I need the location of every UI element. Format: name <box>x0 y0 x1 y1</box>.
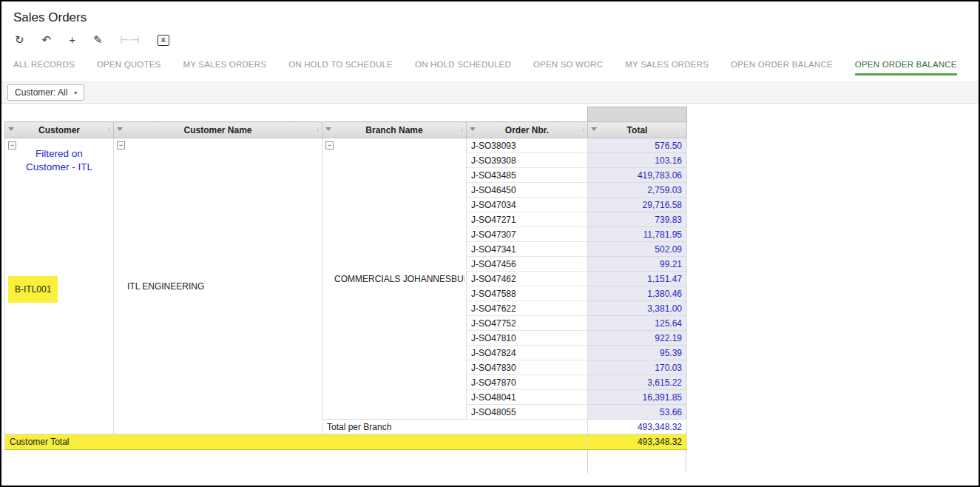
strip-spacer <box>5 107 588 122</box>
column-header-customer[interactable]: Customer↑ <box>5 122 114 138</box>
order-nbr-cell[interactable]: J-SO47588 <box>467 286 588 301</box>
tab-my-sales-orders[interactable]: MY SALES ORDERS <box>625 55 709 75</box>
order-nbr-cell[interactable]: J-SO47271 <box>467 212 588 227</box>
chevron-down-icon: ▾ <box>74 90 77 96</box>
filter-note: Filtered on Customer - ITL <box>22 147 96 174</box>
total-cell[interactable]: 170.03 <box>588 360 687 375</box>
column-header-label: Customer <box>38 125 80 135</box>
export-excel-icon[interactable]: X <box>158 35 169 46</box>
column-header-label: Order Nbr. <box>505 125 549 135</box>
tab-open-so-worc[interactable]: OPEN SO WORC <box>533 55 603 75</box>
order-nbr-cell[interactable]: J-SO47462 <box>467 272 588 286</box>
customer-code-highlighted[interactable]: B-ITL001 <box>8 276 58 303</box>
order-nbr-cell[interactable]: J-SO48055 <box>467 405 588 420</box>
tab-open-quotes[interactable]: OPEN QUOTES <box>97 55 161 75</box>
refresh-icon[interactable]: ↻ <box>15 34 24 46</box>
filter-bar: Customer: All ▾ <box>1 81 979 104</box>
customer-filter-label: Customer: All <box>15 87 67 98</box>
total-cell[interactable]: 53.66 <box>588 405 687 420</box>
order-nbr-cell[interactable]: J-SO47824 <box>467 346 588 360</box>
order-nbr-cell[interactable]: J-SO38093 <box>467 138 588 153</box>
order-nbr-cell[interactable]: J-SO47341 <box>467 242 588 257</box>
order-nbr-cell[interactable]: J-SO47810 <box>467 331 588 346</box>
customer-total-row: Customer Total 493,348.32 <box>5 434 687 450</box>
total-cell[interactable]: 95.39 <box>588 346 687 360</box>
total-cell[interactable]: 922.19 <box>588 331 687 346</box>
order-nbr-cell[interactable]: J-SO47622 <box>467 301 588 316</box>
column-header-customer-name[interactable]: Customer Name↓ <box>114 122 322 138</box>
total-cell[interactable]: 99.21 <box>588 257 687 272</box>
collapse-group-icon[interactable]: − <box>325 141 334 150</box>
total-cell[interactable]: 502.09 <box>588 242 687 257</box>
column-header-total[interactable]: Total <box>588 122 687 138</box>
tab-open-order-balance[interactable]: OPEN ORDER BALANCE <box>855 55 957 75</box>
total-cell[interactable]: 103.16 <box>588 153 687 168</box>
total-cell[interactable]: 576.50 <box>588 138 687 153</box>
total-cell[interactable]: 419,783.06 <box>588 168 687 183</box>
undo-icon[interactable]: ↶ <box>42 34 52 46</box>
page-title: Sales Orders <box>1 1 979 25</box>
total-cell[interactable]: 11,781.95 <box>588 227 687 242</box>
column-header-label: Branch Name <box>365 125 422 135</box>
total-cell[interactable]: 3,381.00 <box>588 301 687 316</box>
group-row: − Filtered on Customer - ITL B-ITL001 − … <box>5 138 687 153</box>
total-cell[interactable]: 125.64 <box>588 316 687 331</box>
edit-icon[interactable]: ✎ <box>93 34 103 46</box>
tab-all-records[interactable]: ALL RECORDS <box>13 55 75 75</box>
sales-orders-grid: Customer↑Customer Name↓Branch Name↓Order… <box>1 107 979 473</box>
sort-icon: ↓ <box>461 125 464 132</box>
order-nbr-cell[interactable]: J-SO47752 <box>467 316 588 331</box>
customer-total-value: 493,348.32 <box>588 434 687 450</box>
add-icon[interactable]: + <box>69 34 75 46</box>
filter-funnel-icon[interactable] <box>325 127 331 131</box>
tab-on-hold-scheduled[interactable]: ON HOLD SCHEDULED <box>415 55 511 75</box>
order-nbr-cell[interactable]: J-SO47870 <box>467 375 588 390</box>
branch-name: COMMERCIALS JOHANNESBUR <box>334 274 464 284</box>
tab-open-order-balance[interactable]: OPEN ORDER BALANCE <box>731 55 833 75</box>
total-column-selector[interactable] <box>588 107 687 122</box>
branch-total-label: Total per Branch <box>322 420 588 434</box>
column-header-order-nbr-[interactable]: Order Nbr.↓ <box>467 122 588 138</box>
filter-funnel-icon[interactable] <box>591 127 597 131</box>
tab-my-sales-orders[interactable]: MY SALES ORDERS <box>183 55 266 75</box>
collapse-group-icon[interactable]: − <box>117 141 125 150</box>
order-nbr-cell[interactable]: J-SO39308 <box>467 153 588 168</box>
column-header-label: Customer Name <box>183 125 251 135</box>
column-selection-strip <box>5 107 687 122</box>
column-header-label: Total <box>627 125 648 135</box>
sort-icon: ↓ <box>582 125 586 132</box>
sort-icon: ↓ <box>317 125 320 132</box>
toolbar: ↻↶+✎⊢⊣X <box>1 25 979 50</box>
order-nbr-cell[interactable]: J-SO46450 <box>467 183 588 198</box>
order-nbr-cell[interactable]: J-SO47830 <box>467 360 588 375</box>
customer-total-label: Customer Total <box>5 434 588 450</box>
total-cell[interactable]: 1,151.47 <box>588 272 687 286</box>
filter-funnel-icon[interactable] <box>470 127 476 131</box>
filter-funnel-icon[interactable] <box>117 127 123 131</box>
customer-group-cell[interactable]: − Filtered on Customer - ITL B-ITL001 <box>5 138 114 434</box>
grid-header-row: Customer↑Customer Name↓Branch Name↓Order… <box>5 122 687 138</box>
order-nbr-cell[interactable]: J-SO47034 <box>467 198 588 212</box>
orders-table: Customer↑Customer Name↓Branch Name↓Order… <box>4 107 687 450</box>
total-cell[interactable]: 16,391.85 <box>588 390 687 405</box>
order-nbr-cell[interactable]: J-SO43485 <box>467 168 588 183</box>
collapse-group-icon[interactable]: − <box>8 141 16 150</box>
view-tabs: ALL RECORDSOPEN QUOTESMY SALES ORDERSON … <box>1 55 979 75</box>
customer-name-group-cell[interactable]: − ITL ENGINEERING <box>114 138 322 434</box>
filter-funnel-icon[interactable] <box>8 127 14 131</box>
total-cell[interactable]: 739.83 <box>588 212 687 227</box>
total-cell[interactable]: 2,759.03 <box>588 183 687 198</box>
total-column-extension <box>587 450 686 473</box>
fit-width-icon: ⊢⊣ <box>121 34 140 46</box>
order-nbr-cell[interactable]: J-SO47456 <box>467 257 588 272</box>
order-nbr-cell[interactable]: J-SO47307 <box>467 227 588 242</box>
customer-name: ITL ENGINEERING <box>127 281 204 292</box>
total-cell[interactable]: 29,716.58 <box>588 198 687 212</box>
branch-name-group-cell[interactable]: − COMMERCIALS JOHANNESBUR <box>322 138 467 420</box>
order-nbr-cell[interactable]: J-SO48041 <box>467 390 588 405</box>
customer-filter-dropdown[interactable]: Customer: All ▾ <box>7 84 84 101</box>
column-header-branch-name[interactable]: Branch Name↓ <box>322 122 467 138</box>
total-cell[interactable]: 1,380.46 <box>588 286 687 301</box>
tab-on-hold-to-schedule[interactable]: ON HOLD TO SCHEDULE <box>288 55 393 75</box>
total-cell[interactable]: 3,615.22 <box>588 375 687 390</box>
